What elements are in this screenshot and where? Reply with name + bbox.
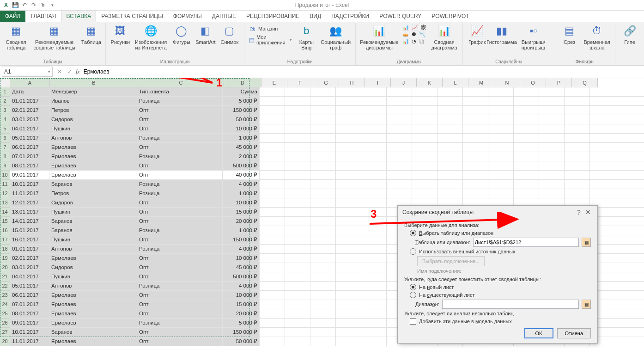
cell[interactable] bbox=[285, 282, 310, 290]
row-header[interactable]: 1 bbox=[0, 87, 10, 97]
cell[interactable]: Розница bbox=[137, 180, 223, 189]
cell[interactable] bbox=[412, 180, 437, 189]
cell[interactable] bbox=[260, 263, 285, 272]
row-header[interactable]: 24 bbox=[0, 300, 10, 309]
cell[interactable] bbox=[514, 161, 539, 170]
cell[interactable] bbox=[336, 134, 361, 142]
row-header[interactable]: 20 bbox=[0, 263, 10, 272]
cell[interactable] bbox=[488, 171, 514, 179]
cell[interactable] bbox=[463, 124, 488, 133]
chart-type-icon[interactable]: 📉 bbox=[419, 31, 425, 37]
tab-addins[interactable]: НАДСТРОЙКИ bbox=[326, 11, 374, 22]
cell[interactable] bbox=[412, 161, 437, 170]
cell[interactable]: Ермолаев bbox=[49, 143, 137, 152]
row-header[interactable]: 6 bbox=[0, 134, 10, 143]
cell[interactable]: 50 000 ₽ bbox=[223, 115, 260, 124]
cell[interactable]: 03.01.2017 bbox=[10, 115, 49, 124]
cell[interactable]: 10.01.2017 bbox=[10, 180, 49, 189]
cell[interactable] bbox=[260, 337, 285, 346]
cell[interactable]: 14.01.2017 bbox=[10, 217, 49, 226]
cell[interactable]: Ермолаев bbox=[49, 319, 137, 327]
cell[interactable]: Пушкин bbox=[49, 235, 137, 244]
cell[interactable] bbox=[336, 226, 361, 235]
cell[interactable]: 05.01.2017 bbox=[10, 282, 49, 290]
chart-type-icon[interactable]: 🕸 bbox=[421, 25, 426, 31]
row-header[interactable]: 2 bbox=[0, 97, 10, 106]
cell[interactable] bbox=[437, 115, 463, 124]
cell[interactable] bbox=[463, 115, 488, 124]
range-picker-icon[interactable]: ▦ bbox=[582, 300, 591, 309]
cell[interactable] bbox=[361, 309, 387, 318]
cell[interactable] bbox=[361, 115, 387, 124]
cell[interactable]: Опт bbox=[137, 300, 223, 309]
cell[interactable] bbox=[565, 134, 590, 142]
row-header[interactable]: 9 bbox=[0, 161, 10, 171]
cell[interactable] bbox=[488, 161, 514, 170]
chart-type-icon[interactable]: 🥧 bbox=[402, 31, 409, 37]
cell[interactable]: Ермолаев bbox=[49, 161, 137, 170]
cell[interactable]: Розница bbox=[137, 189, 223, 198]
cell[interactable]: Розница bbox=[137, 97, 223, 105]
cell[interactable]: 20 000 ₽ bbox=[223, 217, 260, 226]
cell[interactable] bbox=[336, 319, 361, 327]
column-header[interactable]: K bbox=[417, 78, 443, 87]
tab-powerquery[interactable]: POWER QUERY bbox=[374, 11, 426, 22]
cell[interactable]: Опт bbox=[137, 161, 223, 170]
cell[interactable] bbox=[310, 272, 336, 281]
cell[interactable] bbox=[539, 87, 565, 96]
cell[interactable] bbox=[412, 115, 437, 124]
cell[interactable] bbox=[285, 226, 310, 235]
cell[interactable]: 10 000 ₽ bbox=[223, 254, 260, 263]
cell[interactable] bbox=[412, 171, 437, 179]
cell[interactable] bbox=[336, 161, 361, 170]
cell[interactable] bbox=[361, 300, 387, 309]
cell[interactable] bbox=[361, 171, 387, 179]
cell[interactable] bbox=[336, 171, 361, 179]
column-header[interactable]: Q bbox=[572, 78, 598, 87]
shapes-button[interactable]: ◯Фигуры bbox=[170, 23, 193, 58]
cell[interactable] bbox=[539, 106, 565, 115]
cell[interactable]: Ермолаев bbox=[49, 291, 137, 300]
cell[interactable] bbox=[260, 87, 285, 96]
cell[interactable] bbox=[310, 217, 336, 226]
cell[interactable] bbox=[463, 180, 488, 189]
cell[interactable] bbox=[310, 254, 336, 263]
cell[interactable] bbox=[437, 143, 463, 152]
cell[interactable] bbox=[285, 254, 310, 263]
tab-review[interactable]: РЕЦЕНЗИРОВАНИЕ bbox=[241, 11, 304, 22]
row-header[interactable]: 13 bbox=[0, 198, 10, 208]
cell[interactable]: Тип клиента bbox=[137, 87, 223, 96]
cell[interactable] bbox=[310, 143, 336, 152]
row-header[interactable]: 27 bbox=[0, 328, 10, 337]
cell[interactable] bbox=[361, 272, 387, 281]
cell[interactable] bbox=[387, 124, 412, 133]
cell[interactable] bbox=[260, 171, 285, 179]
pivot-chart-button[interactable]: 📊Сводная диаграмма bbox=[429, 23, 459, 58]
cell[interactable] bbox=[260, 226, 285, 235]
bing-maps-button[interactable]: bКарты Bing bbox=[295, 23, 318, 58]
row-header[interactable]: 18 bbox=[0, 245, 10, 254]
row-header[interactable]: 10 bbox=[0, 171, 10, 180]
cell[interactable]: 02.01.2017 bbox=[10, 254, 49, 263]
pivot-table-button[interactable]: ▦Сводная таблица bbox=[3, 23, 29, 58]
tab-file[interactable]: ФАЙЛ bbox=[0, 11, 25, 22]
cell[interactable] bbox=[285, 152, 310, 161]
cell[interactable]: 45 000 ₽ bbox=[223, 143, 260, 152]
spreadsheet-grid[interactable]: ABCDEFGHIJKLMNOPQ 1234567891011121314151… bbox=[0, 78, 644, 356]
cell[interactable] bbox=[565, 115, 590, 124]
cell[interactable] bbox=[387, 106, 412, 115]
cell[interactable] bbox=[310, 208, 336, 216]
cell[interactable]: Сидоров bbox=[49, 115, 137, 124]
tab-formulas[interactable]: ФОРМУЛЫ bbox=[168, 11, 207, 22]
store-button[interactable]: 🛍Магазин bbox=[247, 25, 294, 33]
row-header[interactable]: 14 bbox=[0, 208, 10, 217]
cell[interactable] bbox=[310, 328, 336, 337]
timeline-button[interactable]: ⏱Временная шкала bbox=[582, 23, 612, 58]
cell[interactable] bbox=[310, 226, 336, 235]
cell[interactable] bbox=[310, 97, 336, 105]
cell[interactable] bbox=[260, 217, 285, 226]
cell[interactable] bbox=[387, 87, 412, 96]
column-header[interactable]: M bbox=[468, 78, 494, 87]
cell[interactable]: Ермолаев bbox=[49, 152, 137, 161]
cell[interactable]: 1 000 ₽ bbox=[223, 226, 260, 235]
